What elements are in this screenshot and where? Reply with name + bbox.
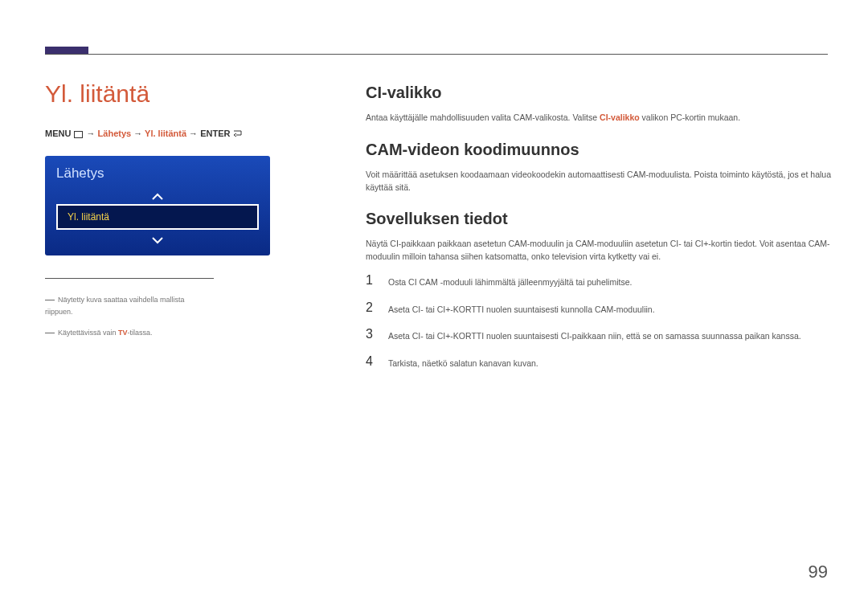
step-row: 4 Tarkista, näetkö salatun kanavan kuvan… [366, 354, 840, 370]
step-row: 2 Aseta CI- tai CI+-KORTTI nuolen suunta… [366, 300, 840, 317]
menu-icon [74, 131, 83, 138]
tv-menu-up[interactable] [56, 190, 259, 201]
footnote-2-red: TV [118, 329, 128, 337]
step-row: 3 Aseta CI- tai CI+-KORTTI nuolen suunta… [366, 327, 840, 343]
footnote-2-text-a: Käytettävissä vain [58, 329, 118, 337]
step-text: Aseta CI- tai CI+-KORTTI nuolen suuntais… [388, 327, 801, 343]
step-number: 3 [366, 327, 388, 341]
breadcrumb-path1: Lähetys [98, 129, 132, 138]
chevron-down-icon [151, 236, 164, 244]
footnote-2: ―Käytettävissä vain TV-tilassa. [45, 326, 214, 340]
enter-icon [233, 130, 243, 138]
right-column: CI-valikko Antaa käyttäjälle mahdollisuu… [366, 80, 840, 382]
breadcrumb-arrow: → [133, 129, 145, 138]
step-text: Aseta CI- tai CI+-KORTTI nuolen suuntais… [388, 300, 655, 317]
s1-text-red: CI-valikko [600, 112, 640, 122]
breadcrumb-enter: ENTER [200, 129, 230, 138]
breadcrumb: MENU → Lähetys → Yl. liitäntä → ENTER [45, 129, 278, 138]
tv-menu-down[interactable] [56, 233, 259, 244]
step-row: 1 Osta CI CAM -moduuli lähimmältä jällee… [366, 273, 840, 289]
s1-text-b: valikon PC-kortin mukaan. [640, 112, 740, 122]
breadcrumb-arrow: → [189, 129, 200, 138]
step-text: Tarkista, näetkö salatun kanavan kuvan. [388, 354, 538, 370]
chevron-up-icon [151, 193, 164, 201]
step-number: 1 [366, 273, 388, 288]
header-bar [45, 47, 828, 61]
breadcrumb-menu: MENU [45, 129, 71, 138]
left-column: Yl. liitäntä MENU → Lähetys → Yl. liitän… [45, 80, 278, 349]
section-heading-cam: CAM-videon koodimuunnos [366, 141, 840, 159]
section-heading-ci: CI-valikko [366, 84, 840, 102]
tv-menu-selected-item[interactable]: Yl. liitäntä [56, 204, 259, 230]
dash-icon: ― [45, 327, 55, 338]
page-title: Yl. liitäntä [45, 80, 278, 108]
header-line [45, 54, 828, 55]
page-number: 99 [809, 562, 828, 582]
footnotes: ―Näytetty kuva saattaa vaihdella mallist… [45, 278, 214, 340]
dash-icon: ― [45, 294, 55, 305]
tv-menu-panel: Lähetys Yl. liitäntä [45, 156, 270, 255]
footnote-2-text-b: -tilassa. [128, 329, 153, 337]
step-text: Osta CI CAM -moduuli lähimmältä jälleenm… [388, 273, 632, 289]
s1-text-a: Antaa käyttäjälle mahdollisuuden valita … [366, 112, 600, 122]
tv-menu-title: Lähetys [56, 166, 259, 182]
section-body-cam: Voit määrittää asetuksen koodaamaan vide… [366, 169, 840, 194]
steps-list: 1 Osta CI CAM -moduuli lähimmältä jällee… [366, 273, 840, 370]
breadcrumb-arrow: → [87, 129, 98, 138]
footnote-1-text: Näytetty kuva saattaa vaihdella mallista… [45, 296, 185, 316]
section-body-app: Näytä CI-paikkaan paikkaan asetetun CAM-… [366, 238, 840, 264]
section-heading-app: Sovelluksen tiedot [366, 210, 840, 228]
section-body-ci: Antaa käyttäjälle mahdollisuuden valita … [366, 112, 840, 125]
step-number: 4 [366, 354, 388, 369]
footnote-1: ―Näytetty kuva saattaa vaihdella mallist… [45, 293, 214, 317]
breadcrumb-path2: Yl. liitäntä [145, 129, 186, 138]
step-number: 2 [366, 300, 388, 315]
